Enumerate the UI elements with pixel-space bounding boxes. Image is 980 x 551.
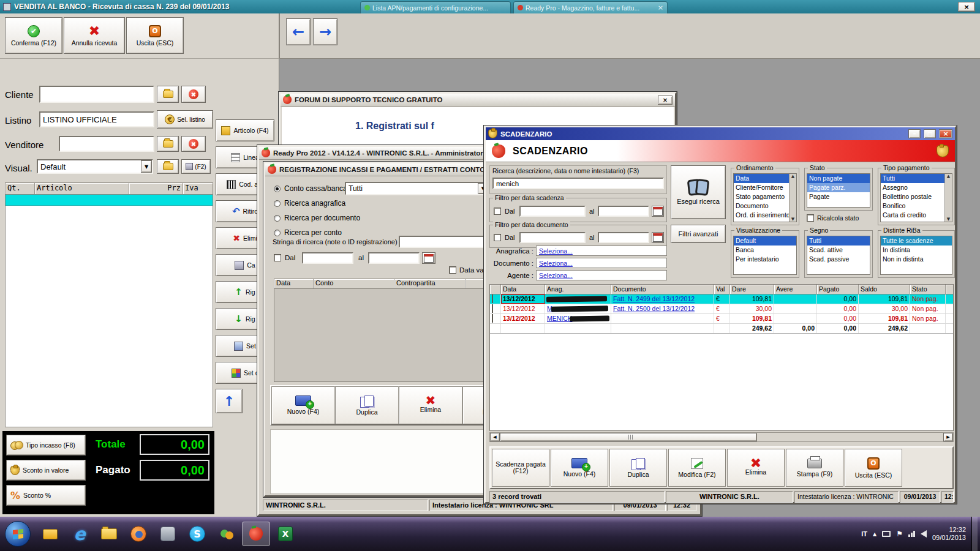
- list-item[interactable]: In distinta: [881, 246, 952, 255]
- list-item[interactable]: Scad. passive: [807, 255, 870, 264]
- sel-listino-button[interactable]: € Sel. listino: [157, 110, 213, 129]
- scroll-left-button[interactable]: ◀: [490, 433, 500, 441]
- table-row[interactable]: 13/12/2012 MENICH € 109,81 0,00 109,81 N…: [490, 314, 953, 324]
- scadenza-al-input[interactable]: [598, 206, 649, 217]
- taskbar-excel-icon[interactable]: X: [271, 522, 300, 546]
- agente-selector[interactable]: Seleziona...: [536, 270, 667, 280]
- radio-ricerca-documento[interactable]: Ricerca per documento: [274, 214, 360, 222]
- taskbar-skype-icon[interactable]: S: [183, 522, 211, 546]
- radio-ricerca-anagrafica[interactable]: Ricerca anagrafica: [274, 199, 345, 208]
- action-center-flag-icon[interactable]: ⚑: [896, 530, 903, 538]
- col-pagato[interactable]: Pagato: [817, 285, 859, 294]
- forum-titlebar[interactable]: FORUM DI SUPPORTO TECNICO GRATUITO ×: [281, 94, 675, 107]
- taskbar-readypro-icon[interactable]: [242, 522, 270, 546]
- clock[interactable]: 12:3209/01/2013: [932, 526, 966, 542]
- documento-calendar-button[interactable]: [652, 232, 664, 243]
- col-documento[interactable]: Documento: [611, 285, 714, 294]
- documento-dal-input[interactable]: [519, 232, 586, 243]
- venditore-folder-button[interactable]: [157, 136, 179, 152]
- list-item[interactable]: Default: [734, 236, 796, 246]
- scrollbar-thumb[interactable]: [500, 433, 757, 441]
- col-conto[interactable]: Conto: [314, 279, 394, 288]
- taskbar-app-gray-icon[interactable]: [154, 522, 182, 546]
- nuovo-button[interactable]: Nuovo (F4): [551, 449, 608, 487]
- radio-ricerca-conto[interactable]: Ricerca per conto: [274, 228, 342, 237]
- browser-tab-1[interactable]: Lista APN/pagamenti di configurazione...: [360, 1, 511, 13]
- scadenza-dal-input[interactable]: [519, 206, 586, 217]
- col-dare[interactable]: Dare: [730, 285, 774, 294]
- dropdown-arrow-icon[interactable]: ▼: [141, 160, 152, 173]
- seleziona-link[interactable]: Seleziona...: [539, 260, 573, 267]
- radio-icon[interactable]: [274, 230, 281, 236]
- sconto-valore-button[interactable]: Sconto in valore: [6, 460, 86, 481]
- documento-selector[interactable]: Seleziona...: [536, 258, 667, 268]
- forum-close-button[interactable]: ×: [658, 96, 673, 105]
- tray-expand-icon[interactable]: ▲: [873, 531, 876, 537]
- nav-forward-button[interactable]: →: [313, 18, 337, 45]
- filtro-documento-checkbox[interactable]: [494, 234, 501, 241]
- modifica-button[interactable]: Modifica (F2): [668, 449, 726, 487]
- col-prz[interactable]: Prz: [129, 183, 183, 194]
- ricalcola-stato-checkbox-row[interactable]: Ricalcola stato: [807, 214, 859, 222]
- list-item[interactable]: Bonifico: [881, 201, 952, 211]
- list-item[interactable]: Tutti: [807, 236, 870, 246]
- titlebar-close-button[interactable]: ×: [958, 2, 975, 12]
- reg-duplica-button[interactable]: Duplica: [335, 386, 399, 424]
- cliente-input[interactable]: [39, 86, 154, 103]
- col-saldo[interactable]: Saldo: [859, 285, 910, 294]
- list-item[interactable]: Per intestatario: [734, 255, 796, 264]
- side-articolo-button[interactable]: Articolo (F4): [216, 119, 274, 141]
- visual-folder-button[interactable]: [157, 159, 179, 174]
- al-input[interactable]: [368, 252, 420, 264]
- list-item[interactable]: Non pagate: [807, 174, 870, 183]
- show-desktop-button[interactable]: [971, 517, 978, 551]
- table-row[interactable]: 13/12/2012 Fatt. N. 2499 del 13/12/2012 …: [490, 294, 953, 304]
- list-item[interactable]: Tutti: [881, 174, 952, 183]
- seleziona-link[interactable]: Seleziona...: [539, 247, 573, 255]
- table-row[interactable]: 13/12/2012 M Fatt. N. 2500 del 13/12/201…: [490, 304, 953, 314]
- duplica-button[interactable]: Duplica: [609, 449, 667, 487]
- search-input[interactable]: [492, 178, 664, 189]
- radio-icon[interactable]: [274, 215, 281, 222]
- venditore-clear-button[interactable]: ✖: [181, 136, 206, 152]
- stampa-button[interactable]: Stampa (F9): [786, 449, 843, 487]
- venditore-input[interactable]: [59, 136, 154, 152]
- col-avere[interactable]: Avere: [774, 285, 817, 294]
- start-button[interactable]: [5, 521, 31, 547]
- scroll-up-icon[interactable]: ▲: [947, 174, 950, 179]
- col-val[interactable]: Val: [714, 285, 730, 294]
- list-item[interactable]: Assegno: [881, 183, 952, 192]
- col-data[interactable]: Data: [274, 279, 314, 288]
- browser-tab-2[interactable]: Ready Pro - Magazzino, fatture e fattu..…: [513, 1, 668, 13]
- calendar-button[interactable]: [422, 252, 435, 264]
- list-item[interactable]: Bollettino postale: [881, 192, 952, 201]
- seleziona-link[interactable]: Seleziona...: [539, 272, 573, 279]
- scroll-down-icon[interactable]: ▼: [947, 217, 950, 222]
- scroll-right-button[interactable]: ▶: [943, 433, 953, 441]
- selected-empty-row[interactable]: [6, 195, 213, 206]
- documento-al-input[interactable]: [598, 232, 649, 243]
- list-item[interactable]: Tutte le scadenze: [881, 236, 952, 246]
- tipo-incasso-button[interactable]: Tipo incasso (F8): [6, 435, 86, 455]
- uscita-button[interactable]: OUscita (ESC): [845, 449, 902, 487]
- display-icon[interactable]: [882, 531, 891, 537]
- vertical-scrollbar[interactable]: ▲▼: [944, 174, 952, 222]
- list-item[interactable]: Data: [734, 174, 796, 183]
- anagrafica-selector[interactable]: Seleziona...: [536, 246, 667, 256]
- vertical-scrollbar[interactable]: ▲▼: [789, 174, 796, 222]
- list-item[interactable]: Documento: [734, 201, 796, 211]
- filtro-scadenza-checkbox[interactable]: [494, 208, 501, 215]
- visual-dropdown[interactable]: Default ▼: [37, 159, 153, 174]
- list-item[interactable]: Non in distinta: [881, 255, 952, 264]
- taskbar-explorer-icon[interactable]: [95, 522, 123, 546]
- row-checkbox[interactable]: [492, 304, 493, 313]
- annulla-ricevuta-button[interactable]: ✖ Annulla ricevuta: [64, 17, 125, 54]
- nav-back-button[interactable]: ←: [286, 18, 311, 45]
- radio-icon[interactable]: [274, 186, 281, 192]
- cliente-folder-button[interactable]: [157, 86, 179, 103]
- network-icon[interactable]: [908, 531, 915, 537]
- side-up-button[interactable]: ↑: [216, 389, 243, 413]
- radio-icon[interactable]: [274, 200, 281, 207]
- scroll-up-icon[interactable]: ▲: [791, 174, 794, 179]
- col-stato[interactable]: Stato: [910, 285, 946, 294]
